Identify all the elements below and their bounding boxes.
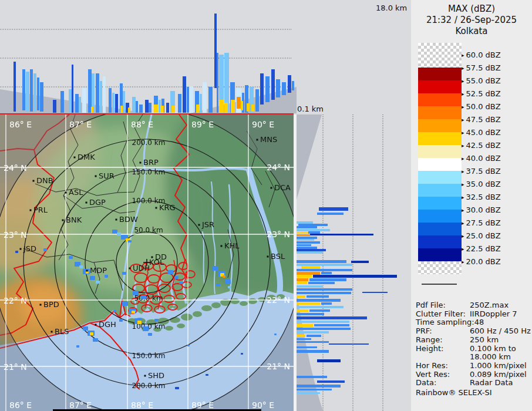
info-row: Range:250 km [416,336,530,345]
profile-bar [297,306,344,308]
scale-tick-icon: ▸ [462,194,464,200]
top-profile-canvas [0,0,297,114]
software-brand: Rainbow® SELEX-SI [416,389,530,397]
city-marker [86,202,87,204]
profile-bar-segment [237,97,241,109]
info-value: 18.000 km [470,353,511,362]
scale-band-transparent [418,43,462,68]
delta-island [240,301,248,306]
product-info-block: Pdf File:250Z.maxClutter Filter:IIRDoppl… [416,301,530,397]
profile-bar [297,260,346,263]
profile-bar [297,292,351,294]
delta-island [170,317,180,323]
radar-echo [112,230,117,234]
profile-bar [166,103,169,113]
profile-bar [297,241,320,244]
city-marker [257,139,258,141]
radar-echo [15,251,18,253]
profile-bar [297,229,330,231]
city-marker [40,304,42,306]
radar-echo [137,321,142,324]
scale-tick-icon: ▸ [462,130,464,136]
radar-echo [225,279,231,284]
delta-island [211,302,221,308]
longitude-label: 88° E [131,400,153,410]
info-label [416,353,470,362]
scale-band [418,80,462,93]
profile-bar [308,231,320,234]
radar-echo [133,291,139,295]
latitude-label: 21° N [4,362,27,372]
info-label: Clutter Filter: [416,310,470,319]
profile-bar-segment [241,101,243,110]
profile-bar [189,86,193,113]
delta-island [193,311,202,317]
profile-bar [260,73,264,105]
scale-label: ▸47.5 dBZ [462,115,501,123]
scale-band [418,223,462,235]
profile-bar-segment [171,106,175,113]
radar-echo [175,387,179,389]
profile-bar [297,272,320,275]
profile-bar [22,69,25,110]
latitude-label: 24° N [267,163,290,172]
profile-bar [214,14,217,88]
info-value: Radar Data [470,379,513,388]
profile-bar-segment [120,106,123,113]
profile-bar [255,89,259,112]
city-label: BSL [271,252,285,261]
longitude-label: 86° E [9,120,32,129]
radar-echo [128,240,132,242]
info-row: Vert Res:0.089 km/pixel [416,370,530,379]
scale-label: ▸42.5 dBZ [462,141,501,149]
profile-bar [112,93,115,113]
delta-island [201,305,212,311]
longitude-label: 87° E [69,400,92,410]
profile-bar [53,100,56,113]
profile-bar [75,94,79,113]
info-value: 0.089 km/pixel [470,370,527,379]
info-label: Pdf File: [416,301,470,310]
city-marker [86,270,88,272]
city-marker [140,162,142,164]
profile-bar [321,272,332,274]
top-height-profile-panel [0,0,297,114]
profile-bar [297,376,327,378]
info-label: Range: [416,336,470,345]
profile-bar [297,331,329,333]
range-ring-label: 200.0 km [132,139,166,147]
profile-bar [319,207,348,211]
longitude-label: 87° E [69,120,92,129]
scale-tick-icon: ▸ [462,233,464,239]
scale-label: ▸27.5 dBZ [462,218,501,227]
scale-label: ▸20.0 dBZ [462,257,501,265]
city-label: MNS [260,135,277,144]
profile-bar [96,73,99,113]
profile-bar [308,282,335,284]
profile-bar [297,226,317,228]
city-marker [156,207,157,209]
city-label: DGP [89,198,106,207]
city-label: DGH [99,320,116,329]
delta-island [165,326,173,331]
scale-label: ▸45.0 dBZ [462,128,501,136]
city-label: SUR [99,171,115,180]
scale-label-text: 32.5 dBZ [466,193,501,201]
radar-map-panel: 86° E86° E87° E87° E88° E88° E89° E89° E… [0,114,294,411]
profile-bar [297,278,308,281]
info-label: Hor Res: [416,362,470,370]
radar-center-label: KOL [149,258,164,267]
info-row: Data:Radar Data [416,379,530,388]
scale-tick-icon: ▸ [462,143,464,149]
scale-label: ▸52.5 dBZ [462,89,501,97]
beam-shadow-wedge [297,114,322,200]
profile-bar [33,73,36,112]
profile-bar [307,295,329,298]
profile-bar [187,87,189,113]
scale-label: ▸30.0 dBZ [462,206,501,214]
profile-bar [297,285,323,288]
city-label: SHD [148,371,164,380]
profile-bar [26,72,29,112]
radar-echo [168,270,173,274]
profile-bar [310,234,373,235]
